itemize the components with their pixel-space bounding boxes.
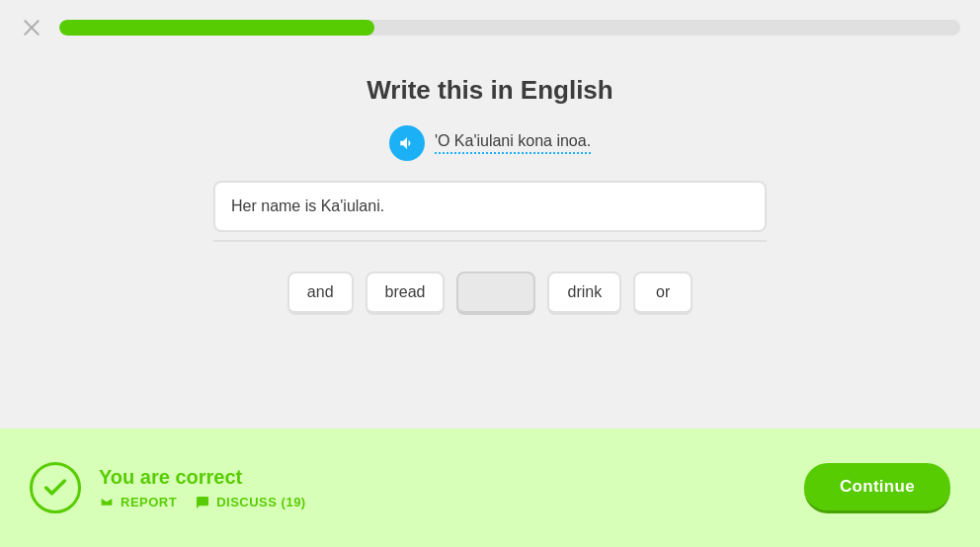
- audio-button[interactable]: [389, 125, 425, 161]
- feedback-text-area: You are correct REPORT DISCUSS (19): [99, 466, 804, 510]
- correct-label: You are correct: [99, 466, 804, 489]
- answer-text: Her name is Ka'iulani.: [231, 197, 384, 215]
- top-bar: [0, 0, 980, 55]
- main-content: Write this in English 'O Ka'iulani kona …: [0, 55, 980, 335]
- answer-divider: [213, 240, 767, 242]
- tile-name[interactable]: name: [456, 272, 535, 315]
- report-button[interactable]: REPORT: [99, 495, 177, 510]
- tile-or[interactable]: or: [633, 272, 693, 315]
- answer-area[interactable]: Her name is Ka'iulani.: [213, 181, 767, 232]
- feedback-bar: You are correct REPORT DISCUSS (19) Cont…: [0, 429, 980, 547]
- tile-drink[interactable]: drink: [547, 272, 621, 315]
- tile-bread[interactable]: bread: [366, 272, 446, 315]
- tile-and[interactable]: and: [287, 272, 354, 315]
- discuss-button[interactable]: DISCUSS (19): [195, 495, 306, 510]
- continue-button[interactable]: Continue: [804, 463, 950, 513]
- progress-bar: [59, 20, 960, 36]
- audio-prompt: 'O Ka'iulani kona inoa.: [389, 125, 591, 161]
- correct-icon: [30, 462, 81, 513]
- word-tiles: and bread name drink or: [287, 272, 693, 315]
- close-button[interactable]: [20, 16, 43, 39]
- prompt-text: 'O Ka'iulani kona inoa.: [435, 132, 591, 154]
- question-title: Write this in English: [367, 75, 612, 106]
- progress-bar-fill: [59, 20, 374, 36]
- feedback-actions: REPORT DISCUSS (19): [99, 495, 804, 510]
